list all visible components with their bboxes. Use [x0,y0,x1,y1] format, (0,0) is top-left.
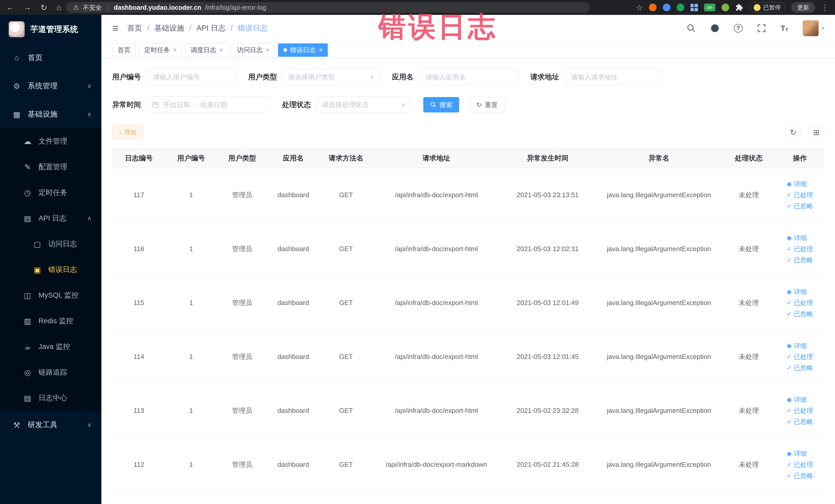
forward-icon[interactable]: → [23,3,31,12]
detail-link[interactable]: ◉详细 [787,449,807,458]
close-icon[interactable]: × [319,46,323,54]
export-button[interactable]: ↓ 导出 [112,125,143,139]
mark-ignored-link[interactable]: ✓已忽略 [787,471,813,480]
sidebar-item-label: Java 监控 [39,342,70,351]
refresh-button[interactable]: ↻ [785,124,801,140]
sidebar-item-api-log[interactable]: ▤ API 日志 ∧ [0,205,101,231]
sidebar-item-access-log[interactable]: ▢ 访问日志 [0,231,101,257]
app-logo[interactable]: 芋道管理系统 [0,15,101,44]
breadcrumb-item-api-log[interactable]: API 日志 [197,23,226,33]
collapse-sidebar-icon[interactable]: ≡ [112,22,119,35]
sidebar-item-redis-monitor[interactable]: ▥ Redis 监控 [0,308,101,334]
sidebar-item-link-tracing[interactable]: ◎ 链路追踪 [0,360,101,385]
mark-ignored-link[interactable]: ✓已忽略 [787,310,813,318]
filter-user-id: 用户编号 [112,69,236,85]
breadcrumb-item-infrastructure[interactable]: 基础设施 [155,23,184,33]
extensions-puzzle-icon[interactable] [735,4,743,11]
close-icon[interactable]: × [173,46,177,54]
extension-green-icon[interactable] [677,4,684,11]
sidebar-item-infrastructure[interactable]: ▦ 基础设施 ∧ [0,100,101,128]
date-range-picker[interactable]: 开始日期 - 结束日期 [147,97,270,113]
app-name-input[interactable] [419,69,518,85]
mark-processed-link[interactable]: ✓已处理 [787,299,813,307]
sidebar-item-label: 日志中心 [39,393,67,403]
col-process-status: 处理状态 [722,148,775,168]
sidebar-item-system-management[interactable]: ⚙ 系统管理 ∨ [0,72,101,100]
process-status-label: 处理状态 [282,100,311,109]
profile-paused-badge[interactable]: 已暂停 [749,2,785,13]
request-url-input[interactable] [565,69,661,85]
back-icon[interactable]: ← [6,3,14,12]
extension-leaf-icon[interactable] [721,4,729,11]
col-exception-name: 异常名 [596,148,722,168]
extension-orange-icon[interactable] [649,4,657,11]
process-status-select[interactable]: 请选择处理状态 ∨ [317,97,411,113]
sidebar-item-dev-tools[interactable]: ⚒ 研发工具 ∨ [0,411,101,439]
tab-error-log[interactable]: 错误日志 × [278,43,328,57]
mark-processed-link[interactable]: ✓已处理 [787,245,813,253]
user-type-select[interactable]: 请选择用户类型 ∨ [283,69,380,85]
home-icon[interactable]: ⌂ [57,3,61,12]
breadcrumb-item-error-log[interactable]: 错误日志 [238,23,268,33]
sidebar-item-java-monitor[interactable]: ☕ Java 监控 [0,334,101,360]
edit-icon: ✎ [23,163,32,172]
mark-ignored-link[interactable]: ✓已忽略 [787,256,813,264]
error-log-table: 日志编号 用户编号 用户类型 应用名 请求方法名 请求地址 异常发生时间 异常名… [112,148,824,492]
extension-grid-icon[interactable] [691,4,698,11]
github-icon[interactable] [710,24,719,33]
sidebar-item-config-management[interactable]: ✎ 配置管理 [0,154,101,180]
browser-update-button[interactable]: 更新 [791,2,815,13]
search-icon[interactable] [687,24,696,33]
user-id-input[interactable] [147,69,236,85]
sidebar-item-error-log[interactable]: ▣ 错误日志 [0,257,101,282]
sidebar-item-scheduled-jobs[interactable]: ◷ 定时任务 [0,180,101,205]
tab-home[interactable]: 首页 [112,43,136,57]
bookmark-star-icon[interactable]: ☆ [636,3,643,12]
table-row: 113 1 管理员 dashboard GET /api/infra/db-do… [112,384,824,438]
mark-processed-link[interactable]: ✓已处理 [787,460,813,469]
close-icon[interactable]: × [266,46,269,54]
extension-blue-drop-icon[interactable] [663,4,670,11]
tab-access-log[interactable]: 访问日志 × [231,43,275,57]
help-icon[interactable]: ? [734,24,742,33]
sidebar-item-label: 系统管理 [28,81,58,91]
close-icon[interactable]: × [220,46,223,54]
app-title: 芋道管理系统 [30,24,78,35]
detail-link[interactable]: ◉详细 [787,180,807,188]
check-icon: ✓ [787,472,792,479]
mark-ignored-link[interactable]: ✓已忽略 [787,418,813,426]
mark-ignored-link[interactable]: ✓已忽略 [787,364,813,372]
tab-scheduled-jobs[interactable]: 定时任务 × [139,43,182,57]
detail-link[interactable]: ◉详细 [787,287,807,296]
detail-link[interactable]: ◉详细 [787,341,807,350]
tab-schedule-log[interactable]: 调度日志 × [185,43,229,57]
download-icon: ↓ [119,129,122,136]
sidebar-item-file-management[interactable]: ☁ 文件管理 [0,128,101,154]
detail-link[interactable]: ◉详细 [787,396,807,404]
filter-row-2: 异常时间 开始日期 - 结束日期 处理状态 请选择处理状态 ∨ [112,97,824,113]
mark-processed-link[interactable]: ✓已处理 [787,191,813,199]
search-button[interactable]: 搜索 [423,97,459,113]
browser-menu-icon[interactable]: ⋮ [821,3,829,12]
sidebar-item-mysql-monitor[interactable]: ◫ MySQL 监控 [0,282,101,308]
extension-on-badge[interactable]: on [704,4,715,11]
col-app-name: 应用名 [268,148,319,168]
fullscreen-icon[interactable] [757,24,766,33]
profile-emoji-icon [754,4,760,11]
mark-ignored-link[interactable]: ✓已忽略 [787,202,813,210]
breadcrumb-item-home[interactable]: 首页 [127,23,142,33]
reset-button[interactable]: ↻ 重置 [469,97,505,113]
col-user-type: 用户类型 [217,148,268,168]
font-size-icon[interactable]: TT [780,24,788,33]
sidebar-item-home[interactable]: ⌂ 首页 [0,44,101,72]
mark-processed-link[interactable]: ✓已处理 [787,352,813,361]
detail-link[interactable]: ◉详细 [787,234,807,242]
col-operations: 操作 [775,148,824,168]
mark-processed-link[interactable]: ✓已处理 [787,406,813,415]
user-menu[interactable]: ▾ [803,20,824,36]
sidebar-item-log-center[interactable]: ▤ 日志中心 [0,385,101,411]
column-settings-button[interactable]: ⊞ [808,124,824,140]
address-bar[interactable]: ⚠ 不安全 | dashboard.yudao.iocoder.cn /infr… [66,2,590,13]
check-icon: ✓ [787,203,792,209]
reload-icon[interactable]: ↻ [41,3,47,12]
